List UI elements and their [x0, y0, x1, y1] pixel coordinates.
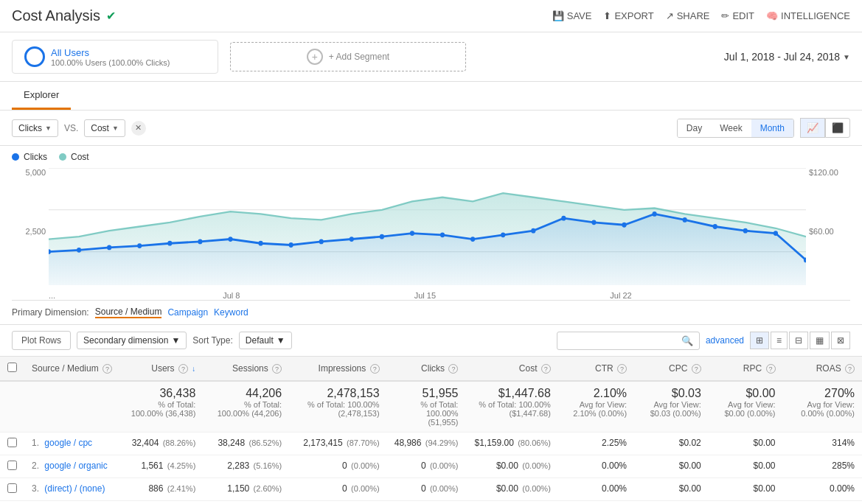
row-sessions-0: 38,248 (86.52%): [203, 433, 289, 455]
edit-button[interactable]: ✏ EDIT: [721, 10, 754, 21]
svg-point-28: [743, 228, 748, 234]
row-cpc-1: $0.00: [634, 455, 709, 478]
row-cpc-2: $0.00: [634, 478, 709, 501]
primary-dimension-label: Primary Dimension:: [12, 307, 89, 318]
row-num-source-3: 4. facebook / cpc: [24, 501, 120, 505]
sort-type-label: Sort Type:: [192, 335, 232, 346]
add-segment-button[interactable]: + + Add Segment: [230, 42, 466, 71]
all-users-segment[interactable]: All Users 100.00% Users (100.00% Clicks): [12, 40, 218, 74]
chart-controls: Clicks ▼ VS. Cost ▼ ✕ Day Week Month 📈 ⬛: [0, 111, 862, 146]
add-segment-icon: +: [307, 49, 323, 65]
chart-x-labels: Jul 8 Jul 15 Jul 22: [49, 291, 806, 300]
row-checkbox-2[interactable]: [0, 478, 24, 501]
day-period-button[interactable]: Day: [678, 119, 711, 137]
svg-point-16: [380, 234, 384, 239]
row-rpc-1: $0.00: [709, 455, 783, 478]
sort-type-caret-icon: ▼: [277, 335, 285, 346]
source-link-1[interactable]: google / organic: [44, 461, 107, 471]
svg-point-22: [561, 216, 566, 221]
row-check-2[interactable]: [7, 483, 17, 493]
svg-point-24: [622, 223, 626, 228]
line-chart-button[interactable]: 📈: [800, 118, 825, 138]
col-cost: Cost ?: [465, 357, 557, 381]
row-check-1[interactable]: [7, 461, 17, 470]
row-checkbox-1[interactable]: [0, 455, 24, 478]
metric1-caret-icon: ▼: [45, 125, 52, 132]
plot-rows-button[interactable]: Plot Rows: [12, 331, 71, 350]
share-button[interactable]: ↗ SHARE: [666, 10, 710, 21]
chart-type-group: Day Week Month 📈 ⬛: [677, 118, 850, 138]
row-impressions-0: 2,173,415 (87.70%): [289, 433, 387, 455]
chart-area: 5,000 2,500 $120.00 $60.00: [12, 168, 850, 301]
grid-view-button[interactable]: ⊞: [750, 332, 769, 349]
month-period-button[interactable]: Month: [751, 119, 793, 137]
save-button[interactable]: 💾 SAVE: [552, 10, 592, 21]
clicks-help-icon[interactable]: ?: [448, 364, 458, 374]
col-cpc: CPC ?: [634, 357, 709, 381]
svg-point-18: [440, 232, 445, 237]
date-range-picker[interactable]: Jul 1, 2018 - Jul 24, 2018 ▼: [724, 51, 850, 63]
impressions-help-icon[interactable]: ?: [370, 364, 380, 374]
row-checkbox-3[interactable]: [0, 501, 24, 505]
segment-icon: [24, 46, 45, 67]
export-button[interactable]: ⬆ EXPORT: [603, 10, 653, 21]
secondary-dim-caret-icon: ▼: [171, 335, 180, 346]
row-num-source-0: 1. google / cpc: [24, 433, 120, 455]
row-users-3: 862 (2.35%): [120, 501, 204, 505]
totals-rpc: $0.00 Avg for View: $0.00 (0.00%): [709, 381, 783, 433]
comparison-view-button[interactable]: ≡: [771, 332, 788, 349]
col-clicks: Clicks ?: [387, 357, 466, 381]
row-cpc-3: $0.10: [634, 501, 709, 505]
ctr-help-icon[interactable]: ?: [617, 364, 627, 374]
remove-metric-button[interactable]: ✕: [131, 121, 146, 136]
row-sessions-2: 1,150 (2.60%): [203, 478, 289, 501]
row-checkbox-0[interactable]: [0, 433, 24, 455]
row-check-0[interactable]: [7, 438, 17, 447]
search-box[interactable]: 🔍: [557, 332, 700, 350]
legend-cost-dot: [59, 153, 66, 161]
legend-clicks[interactable]: Clicks: [12, 152, 47, 162]
dim-source-medium[interactable]: Source / Medium: [95, 307, 162, 318]
users-help-icon[interactable]: ?: [178, 364, 188, 374]
col-roas: ROAS ?: [783, 357, 862, 381]
source-link-2[interactable]: (direct) / (none): [44, 483, 105, 494]
metric2-select[interactable]: Cost ▼: [84, 119, 125, 137]
metric1-select[interactable]: Clicks ▼: [12, 119, 58, 137]
table-view-button[interactable]: ⊠: [831, 332, 850, 349]
cpc-help-icon[interactable]: ?: [692, 364, 701, 374]
week-period-button[interactable]: Week: [711, 119, 751, 137]
bar-chart-button[interactable]: ⬛: [825, 118, 850, 138]
header: Cost Analysis ✔ 💾 SAVE ⬆ EXPORT ↗ SHARE …: [0, 0, 862, 32]
row-roas-0: 314%: [783, 433, 862, 455]
select-all-checkbox[interactable]: [7, 363, 17, 372]
sessions-help-icon[interactable]: ?: [272, 364, 282, 374]
secondary-dimension-select[interactable]: Secondary dimension ▼: [77, 332, 187, 349]
rpc-help-icon[interactable]: ?: [766, 364, 776, 374]
source-link-0[interactable]: google / cpc: [44, 438, 92, 448]
svg-point-7: [107, 245, 111, 250]
source-medium-help-icon[interactable]: ?: [102, 364, 112, 374]
svg-point-26: [683, 217, 687, 223]
col-impressions: Impressions ?: [289, 357, 387, 381]
roas-help-icon[interactable]: ?: [845, 364, 855, 374]
totals-roas: 270% Avg for View: 0.00% (0.00%): [783, 381, 862, 433]
row-ctr-0: 2.25%: [558, 433, 634, 455]
legend-cost[interactable]: Cost: [59, 152, 89, 162]
svg-point-20: [501, 232, 505, 237]
row-clicks-3: 1,939 (3.73%): [387, 501, 466, 505]
segment-info: All Users 100.00% Users (100.00% Clicks): [51, 47, 170, 67]
row-impressions-2: 0 (0.00%): [289, 478, 387, 501]
percent-view-button[interactable]: ▦: [810, 332, 830, 349]
header-checkbox[interactable]: [0, 357, 24, 381]
cost-help-icon[interactable]: ?: [541, 364, 551, 374]
tab-explorer[interactable]: Explorer: [12, 82, 71, 110]
search-icon: 🔍: [681, 335, 693, 346]
dim-campaign[interactable]: Campaign: [167, 307, 208, 318]
pivot-view-button[interactable]: ⊟: [789, 332, 808, 349]
dim-keyword[interactable]: Keyword: [214, 307, 248, 318]
intelligence-button[interactable]: 🧠 INTELLIGENCE: [766, 10, 850, 21]
chart-y-axis-right: $120.00 $60.00: [806, 168, 850, 285]
advanced-link[interactable]: advanced: [706, 335, 744, 346]
search-input[interactable]: [563, 335, 681, 346]
sort-type-select[interactable]: Default ▼: [239, 332, 292, 349]
